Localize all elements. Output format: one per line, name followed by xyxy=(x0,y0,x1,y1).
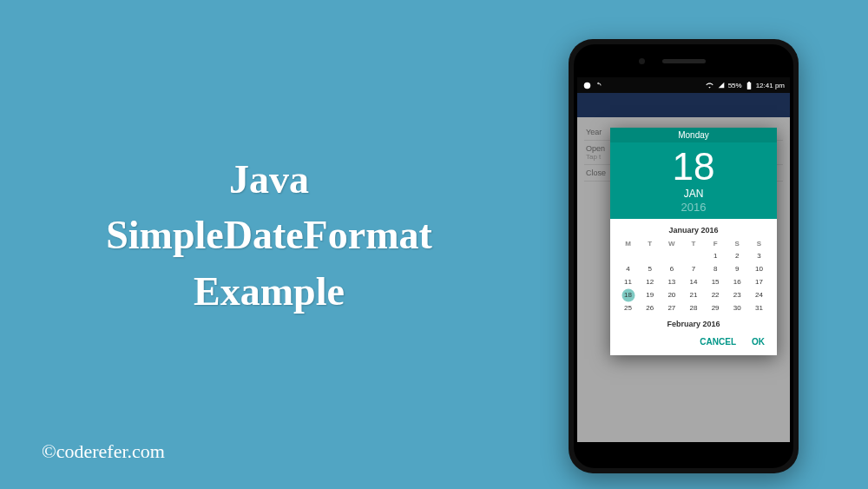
calendar-day-cell[interactable]: 14 xyxy=(682,275,704,288)
calendar-day-cell[interactable]: 7 xyxy=(682,262,704,275)
phone-screen: 55% 12:41 pm Year Open Tap t Close Mo xyxy=(577,77,790,442)
chat-icon xyxy=(582,81,591,89)
svg-rect-2 xyxy=(748,82,750,83)
picker-weekday: Monday xyxy=(610,128,777,142)
calendar-day-cell[interactable]: 6 xyxy=(661,262,682,275)
calendar-day-cell[interactable]: 17 xyxy=(748,275,770,288)
page-title: Java SimpleDateFormat Example xyxy=(43,152,495,320)
wifi-icon xyxy=(706,81,714,89)
calendar-grid: MTWTFSS....12345678910111213141516171819… xyxy=(617,238,770,314)
calendar-day-cell[interactable]: 16 xyxy=(727,275,748,288)
calendar-body: January 2016 MTWTFSS....1234567891011121… xyxy=(610,219,777,330)
calendar-day-cell: . xyxy=(639,249,661,262)
title-line-2: SimpleDateFormat xyxy=(43,208,495,263)
calendar-day-cell[interactable]: 13 xyxy=(661,275,682,288)
calendar-day-cell[interactable]: 1 xyxy=(705,249,727,262)
picker-month: JAN xyxy=(610,188,777,200)
calendar-day-cell[interactable]: 20 xyxy=(661,288,682,301)
date-picker-dialog: Monday 18 JAN 2016 January 2016 MTWTFSS.… xyxy=(610,128,777,355)
sync-icon xyxy=(594,81,602,89)
calendar-day-cell[interactable]: 26 xyxy=(639,301,661,314)
calendar-day-cell[interactable]: 12 xyxy=(639,275,661,288)
calendar-dow-header: T xyxy=(682,238,704,249)
calendar-day-cell[interactable]: 29 xyxy=(705,301,727,314)
calendar-day-cell[interactable]: 31 xyxy=(748,301,770,314)
speaker-grille xyxy=(662,59,706,63)
calendar-day-cell[interactable]: 8 xyxy=(705,262,727,275)
calendar-day-cell[interactable]: 2 xyxy=(727,249,748,262)
calendar-day-cell[interactable]: 4 xyxy=(617,262,639,275)
battery-icon xyxy=(745,81,753,89)
status-right: 55% 12:41 pm xyxy=(706,81,785,89)
calendar-day-cell[interactable]: 10 xyxy=(748,262,770,275)
front-camera xyxy=(639,58,645,64)
svg-point-0 xyxy=(583,82,590,89)
calendar-day-cell[interactable]: 18 xyxy=(617,288,639,301)
picker-day: 18 xyxy=(610,148,777,186)
calendar-day-cell[interactable]: 9 xyxy=(727,262,748,275)
status-bar: 55% 12:41 pm xyxy=(577,77,790,93)
calendar-day-cell[interactable]: 30 xyxy=(727,301,748,314)
phone-frame: 55% 12:41 pm Year Open Tap t Close Mo xyxy=(569,39,799,473)
title-line-1: Java xyxy=(43,152,495,208)
copyright-text: ©coderefer.com xyxy=(42,440,165,463)
signal-icon xyxy=(717,81,726,89)
picker-year[interactable]: 2016 xyxy=(610,201,777,214)
calendar-dow-header: M xyxy=(617,238,639,249)
calendar-day-cell: . xyxy=(617,249,639,262)
calendar-day-cell[interactable]: 28 xyxy=(682,301,704,314)
calendar-day-cell[interactable]: 23 xyxy=(727,288,748,301)
calendar-day-cell[interactable]: 22 xyxy=(705,288,727,301)
svg-rect-1 xyxy=(746,82,751,89)
app-bar xyxy=(577,93,790,117)
date-picker-header[interactable]: Monday 18 JAN 2016 xyxy=(610,128,777,219)
calendar-day-cell[interactable]: 15 xyxy=(705,275,727,288)
calendar-day-cell[interactable]: 25 xyxy=(617,301,639,314)
calendar-dow-header: W xyxy=(661,238,682,249)
calendar-day-cell[interactable]: 27 xyxy=(661,301,682,314)
next-month-title: February 2016 xyxy=(617,314,770,330)
calendar-dow-header: S xyxy=(748,238,770,249)
phone-top-bezel xyxy=(574,44,793,77)
status-left xyxy=(582,81,602,89)
calendar-day-cell: . xyxy=(682,249,704,262)
calendar-day-cell[interactable]: 11 xyxy=(617,275,639,288)
calendar-day-cell: . xyxy=(661,249,682,262)
calendar-dow-header: S xyxy=(727,238,748,249)
clock-text: 12:41 pm xyxy=(756,82,785,89)
calendar-dow-header: F xyxy=(705,238,727,249)
calendar-day-cell[interactable]: 24 xyxy=(748,288,770,301)
calendar-dow-header: T xyxy=(639,238,661,249)
phone-bottom-bezel xyxy=(574,442,793,465)
phone-inner: 55% 12:41 pm Year Open Tap t Close Mo xyxy=(574,44,793,468)
calendar-month-title: January 2016 xyxy=(617,222,770,238)
dialog-actions: CANCEL OK xyxy=(610,330,777,355)
calendar-day-cell[interactable]: 3 xyxy=(748,249,770,262)
title-line-3: Example xyxy=(43,264,495,320)
calendar-day-cell[interactable]: 21 xyxy=(682,288,704,301)
cancel-button[interactable]: CANCEL xyxy=(700,337,736,347)
calendar-day-cell[interactable]: 5 xyxy=(639,262,661,275)
calendar-day-cell[interactable]: 19 xyxy=(639,288,661,301)
ok-button[interactable]: OK xyxy=(752,337,765,347)
battery-percent: 55% xyxy=(728,82,742,89)
